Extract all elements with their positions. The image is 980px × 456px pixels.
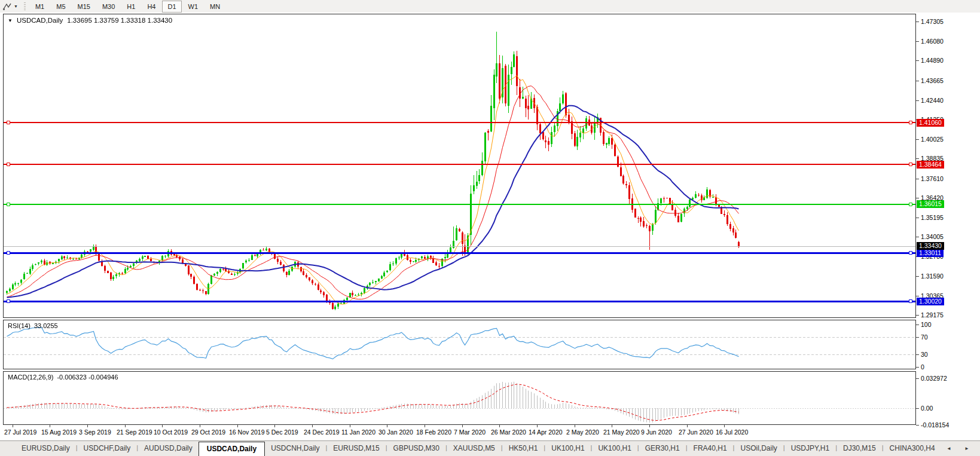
axis-tick-mark	[916, 218, 919, 218]
chart-title-dropdown-icon[interactable]: ▼	[8, 18, 13, 23]
rsi-axis-label: 0	[921, 363, 924, 371]
hline-price-badge: 1.38464	[917, 161, 944, 169]
tab-usdcad-daily[interactable]: USDCAD,Daily	[199, 442, 265, 456]
tab-ger30-h1[interactable]: GER30,H1	[639, 441, 686, 456]
tab-china300-h4[interactable]: CHINA300,H4	[884, 441, 941, 456]
macd-indicator-pane[interactable]: MACD(12,26,9) -0.006323 -0.004946	[3, 371, 916, 425]
date-tick-mark	[724, 425, 725, 427]
price-axis-label: 1.31590	[921, 273, 944, 280]
date-axis-label: 16 Jul 2020	[716, 429, 748, 436]
rsi-axis-label: 30	[921, 351, 928, 358]
axis-tick-mark	[916, 337, 919, 338]
macd-axis-label: 0.032972	[921, 375, 947, 382]
tab-usdcnh-daily[interactable]: USDCNH,Daily	[265, 441, 325, 456]
timeframe-button-h1[interactable]: H1	[121, 1, 141, 13]
date-tick-mark	[87, 425, 88, 427]
tab-gbpusd-m30[interactable]: GBPUSD,M30	[387, 441, 445, 456]
date-tick-mark	[312, 425, 313, 427]
date-axis-label: 15 Aug 2019	[41, 429, 77, 436]
price-axis[interactable]: 1.473051.460801.448901.436651.424401.412…	[916, 13, 980, 440]
date-axis-label: 11 Jan 2020	[341, 429, 375, 436]
axis-tick-mark	[916, 315, 919, 316]
tab-dj30-m15[interactable]: DJ30,M15	[837, 441, 882, 456]
date-tick-mark	[350, 425, 350, 427]
timeframe-button-m30[interactable]: M30	[97, 1, 120, 13]
timeframe-button-m5[interactable]: M5	[51, 1, 71, 13]
tab-xauusd-m5[interactable]: XAUUSD,M5	[447, 441, 501, 456]
date-axis-label: 7 Mar 2020	[454, 429, 486, 436]
tab-hk50-h1[interactable]: HK50,H1	[503, 441, 544, 456]
axis-tick-mark	[916, 179, 919, 179]
tab-eurusd-daily[interactable]: EURUSD,Daily	[16, 441, 76, 456]
date-axis-label: 18 Feb 2020	[416, 429, 451, 436]
timeframe-button-w1[interactable]: W1	[183, 1, 204, 13]
tab-usdchf-daily[interactable]: USDCHF,Daily	[78, 441, 137, 456]
timeframe-button-m1[interactable]: M1	[30, 1, 50, 13]
axis-tick-mark	[916, 354, 919, 355]
tab-scroll-right-icon[interactable]: ►	[964, 446, 975, 451]
tab-uk100-h1[interactable]: UK100,H1	[545, 441, 590, 456]
date-axis-label: 24 Dec 2019	[304, 429, 340, 436]
price-chart-canvas[interactable]	[4, 14, 915, 317]
date-tick-mark	[200, 425, 200, 427]
date-tick-mark	[274, 425, 275, 427]
tab-fra40-h1[interactable]: FRA40,H1	[688, 441, 733, 456]
macd-canvas[interactable]	[4, 372, 915, 424]
tab-eurusd-m15[interactable]: EURUSD,M15	[327, 441, 385, 456]
axis-tick-mark	[916, 139, 919, 140]
axis-tick-mark	[916, 41, 919, 42]
axis-tick-mark	[916, 296, 919, 296]
price-axis-label: 1.35195	[921, 214, 944, 221]
rsi-canvas[interactable]	[4, 320, 915, 369]
date-tick-mark	[649, 425, 650, 427]
date-tick-mark	[499, 425, 500, 427]
chevron-down-icon: ▼	[14, 4, 18, 8]
macd-axis-label: -0.018154	[921, 421, 949, 429]
date-axis-label: 29 Oct 2019	[191, 429, 225, 436]
date-tick-mark	[237, 425, 238, 427]
rsi-name: RSI(14)	[8, 322, 30, 329]
tab-audusd-daily[interactable]: AUDUSD,Daily	[138, 441, 199, 456]
date-axis-label: 2 May 2020	[566, 429, 599, 436]
price-axis-label: 1.43665	[921, 77, 944, 84]
timeframe-button-mn[interactable]: MN	[204, 1, 225, 13]
date-tick-mark	[462, 425, 463, 427]
timeframe-button-d1[interactable]: D1	[162, 1, 181, 13]
date-axis-label: 26 Mar 2020	[491, 429, 526, 436]
date-axis-label: 14 Apr 2020	[529, 429, 563, 436]
price-axis-label: 1.42440	[921, 97, 944, 104]
tab-usoil-daily[interactable]: USOil,Daily	[734, 441, 783, 456]
rsi-indicator-pane[interactable]: RSI(14) 33.0255	[3, 320, 916, 369]
tab-usdjpy-h1[interactable]: USDJPY,H1	[785, 441, 835, 456]
date-tick-mark	[687, 425, 688, 427]
draw-tool-button[interactable]: ▼	[0, 0, 22, 13]
macd-axis-label: 0.00	[921, 405, 933, 412]
date-axis-label: 16 Nov 2019	[229, 429, 265, 436]
date-axis-label: 27 Jun 2020	[679, 429, 713, 436]
price-axis-label: 1.44890	[921, 57, 944, 64]
date-tick-mark	[13, 425, 13, 427]
axis-tick-mark	[916, 378, 919, 379]
date-axis-label: 5 Dec 2019	[266, 429, 298, 436]
timeframe-button-h4[interactable]: H4	[142, 1, 161, 13]
tab-uk100-h1[interactable]: UK100,H1	[592, 441, 637, 456]
price-axis-label: 1.47305	[921, 18, 944, 25]
date-axis-label: 21 Sep 2019	[117, 429, 152, 436]
axis-tick-mark	[916, 22, 919, 22]
timeframe-button-m15[interactable]: M15	[72, 1, 96, 13]
date-tick-mark	[575, 425, 575, 427]
chart-window: ▼ USDCAD,Daily 1.33695 1.33759 1.33318 1…	[0, 13, 980, 440]
chart-tab-bar: EURUSD,Daily|USDCHF,Daily|AUDUSD,DailyUS…	[0, 440, 980, 456]
price-chart-pane[interactable]: ▼ USDCAD,Daily 1.33695 1.33759 1.33318 1…	[3, 14, 916, 318]
axis-tick-mark	[916, 158, 919, 159]
rsi-label: RSI(14) 33.0255	[8, 322, 58, 329]
toolbar-drag-handle[interactable]	[24, 2, 26, 11]
price-axis-label: 1.37610	[921, 175, 944, 182]
axis-tick-mark	[916, 408, 919, 409]
tab-scroll-left-icon[interactable]: ◄	[947, 446, 957, 451]
chart-title: ▼ USDCAD,Daily 1.33695 1.33759 1.33318 1…	[8, 17, 172, 24]
date-axis[interactable]: 27 Jul 201915 Aug 20193 Sep 201921 Sep 2…	[3, 425, 916, 439]
date-tick-mark	[50, 425, 50, 427]
axis-tick-mark	[916, 276, 919, 277]
price-axis-label: 1.46080	[921, 38, 944, 45]
